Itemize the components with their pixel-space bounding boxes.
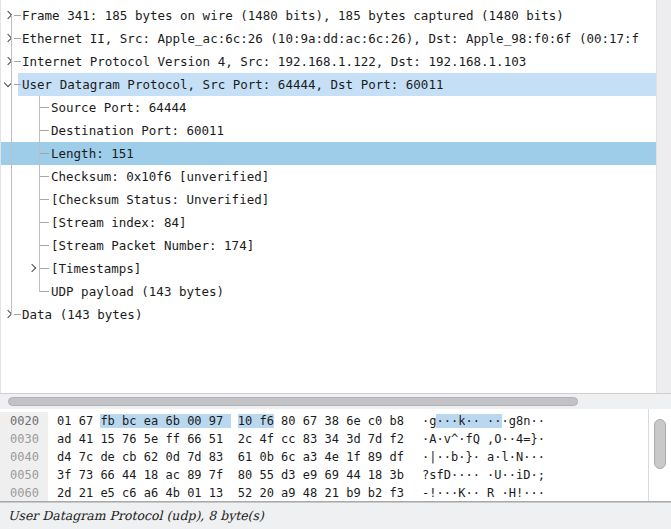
hex-row[interactable]: 0040d4 7c de cb 62 0d 7d 83 61 0b 6c a3 …	[0, 448, 671, 466]
hex-byte[interactable]: 44	[122, 468, 136, 482]
tree-row-ethernet[interactable]: Ethernet II, Src: Apple_ac:6c:26 (10:9a:…	[1, 27, 656, 50]
hex-byte[interactable]: 55	[259, 468, 273, 482]
hex-byte[interactable]: 89	[187, 468, 201, 482]
hex-ascii-char[interactable]: ·	[523, 486, 530, 500]
hex-ascii-char[interactable]: ·	[473, 450, 480, 464]
tree-row-udp-source-port[interactable]: Source Port: 64444	[1, 96, 656, 119]
hex-byte[interactable]: 97	[209, 414, 223, 428]
hex-byte[interactable]: 3d	[346, 432, 360, 446]
hex-byte[interactable]: 18	[144, 468, 158, 482]
hex-byte[interactable]: 69	[324, 468, 338, 482]
hex-ascii-char[interactable]: ·	[531, 414, 538, 428]
hex-byte[interactable]: 0b	[259, 450, 273, 464]
hex-byte[interactable]: 38	[324, 414, 338, 428]
hex-ascii-char[interactable]: ·	[531, 486, 538, 500]
hex-byte[interactable]: d4	[57, 450, 71, 464]
hex-ascii-char[interactable]: O	[494, 432, 501, 446]
tree-vertical-scrollbar-track[interactable]	[656, 0, 671, 393]
tree-row-udp-payload[interactable]: UDP payload (143 bytes)	[1, 280, 656, 303]
hex-byte[interactable]: f3	[390, 486, 404, 500]
hex-ascii-char[interactable]: ·	[531, 468, 538, 482]
hex-byte[interactable]: 7c	[79, 450, 93, 464]
packet-details-pane[interactable]: Frame 341: 185 bytes on wire (1480 bits)…	[0, 0, 671, 393]
hex-byte[interactable]: 10	[238, 414, 252, 428]
hex-ascii-char[interactable]: ·	[502, 468, 509, 482]
hex-byte[interactable]: 01	[57, 414, 71, 428]
hex-byte[interactable]: 15	[100, 432, 114, 446]
hex-byte[interactable]: 4f	[259, 432, 273, 446]
hex-byte[interactable]: 0d	[165, 450, 179, 464]
hex-ascii-char[interactable]: Q	[473, 432, 480, 446]
hex-row[interactable]: 00503f 73 66 44 18 ac 89 7f 80 55 d3 e9 …	[0, 466, 671, 484]
hex-ascii-char[interactable]: }	[531, 432, 538, 446]
hex-byte[interactable]: 7d	[368, 432, 382, 446]
hex-byte[interactable]: 21	[324, 486, 338, 500]
hex-ascii-char[interactable]: ·	[538, 414, 545, 428]
hex-byte[interactable]: c0	[368, 414, 382, 428]
hex-byte[interactable]: 2c	[238, 432, 252, 446]
hex-byte[interactable]: 73	[79, 468, 93, 482]
hex-byte[interactable]: 20	[259, 486, 273, 500]
hex-byte[interactable]: 3b	[390, 468, 404, 482]
hex-ascii-char[interactable]: ·	[465, 468, 472, 482]
hex-byte[interactable]: bc	[122, 414, 136, 428]
hex-byte[interactable]: 01	[187, 486, 201, 500]
hex-byte[interactable]: 18	[368, 468, 382, 482]
hex-row[interactable]: 00602d 21 e5 c6 a6 4b 01 13 52 20 a9 48 …	[0, 484, 671, 502]
hex-ascii-char[interactable]: ·	[494, 414, 501, 428]
chevron-right-icon[interactable]	[4, 11, 12, 19]
hex-byte[interactable]: 00	[187, 414, 201, 428]
hex-ascii-char[interactable]: ·	[436, 414, 443, 428]
hex-ascii-char[interactable]: ·	[502, 432, 509, 446]
hex-byte[interactable]: a3	[303, 450, 317, 464]
hex-byte[interactable]: a6	[144, 486, 158, 500]
hex-byte[interactable]: 21	[79, 486, 93, 500]
hex-ascii-char[interactable]: ·	[465, 486, 472, 500]
hex-byte[interactable]: ad	[57, 432, 71, 446]
tree-row-udp[interactable]: User Datagram Protocol, Src Port: 64444,…	[1, 73, 656, 96]
hex-byte[interactable]: a9	[281, 486, 295, 500]
hex-byte[interactable]: b8	[390, 414, 404, 428]
tree-row-ip[interactable]: Internet Protocol Version 4, Src: 192.16…	[1, 50, 656, 73]
hex-ascii-char[interactable]: ·	[436, 450, 443, 464]
hex-byte[interactable]: b9	[346, 486, 360, 500]
hex-byte[interactable]: 66	[187, 432, 201, 446]
chevron-right-icon[interactable]	[4, 310, 12, 318]
hex-byte[interactable]: 6e	[346, 414, 360, 428]
tree-row-data[interactable]: Data (143 bytes)	[1, 303, 656, 326]
hex-byte[interactable]: 5e	[144, 432, 158, 446]
hex-byte[interactable]: cb	[122, 450, 136, 464]
hex-ascii-char[interactable]: ·	[538, 486, 545, 500]
hex-byte[interactable]: fb	[100, 414, 114, 428]
hex-byte[interactable]: 1f	[346, 450, 360, 464]
hex-ascii-char[interactable]: ·	[509, 450, 516, 464]
tree-row-udp-stream-packet-number[interactable]: [Stream Packet Number: 174]	[1, 234, 656, 257]
hex-ascii-char[interactable]: ·	[473, 486, 480, 500]
hex-byte[interactable]: 2d	[57, 486, 71, 500]
hex-byte[interactable]: e5	[100, 486, 114, 500]
hex-ascii-char[interactable]: l	[502, 450, 509, 464]
hex-byte[interactable]: 62	[144, 450, 158, 464]
hex-ascii-char[interactable]: f	[465, 432, 472, 446]
hex-byte[interactable]: 41	[79, 432, 93, 446]
hex-ascii-char[interactable]: }	[465, 450, 472, 464]
hex-byte[interactable]: 51	[209, 432, 223, 446]
tree-row-udp-destination-port[interactable]: Destination Port: 60011	[1, 119, 656, 142]
hex-ascii-char[interactable]: ·	[538, 432, 545, 446]
hex-byte[interactable]: 34	[324, 432, 338, 446]
tree-horizontal-scrollbar[interactable]	[0, 393, 671, 409]
hex-ascii-char[interactable]: U	[494, 468, 501, 482]
packet-bytes-pane[interactable]: 002001 67 fb bc ea 6b 00 97 10 f6 80 67 …	[0, 409, 671, 502]
hex-byte[interactable]: 66	[100, 468, 114, 482]
hex-byte[interactable]: ac	[165, 468, 179, 482]
hex-byte[interactable]: 7f	[209, 468, 223, 482]
hex-ascii-char[interactable]: D	[444, 468, 451, 482]
hex-byte[interactable]: 13	[209, 486, 223, 500]
tree-row-udp-stream-index[interactable]: [Stream index: 84]	[1, 211, 656, 234]
hex-byte[interactable]: de	[100, 450, 114, 464]
hex-byte[interactable]: 80	[281, 414, 295, 428]
hex-byte[interactable]: 76	[122, 432, 136, 446]
hex-byte[interactable]: 80	[238, 468, 252, 482]
hex-ascii-char[interactable]: n	[523, 414, 530, 428]
hex-byte[interactable]: 52	[238, 486, 252, 500]
